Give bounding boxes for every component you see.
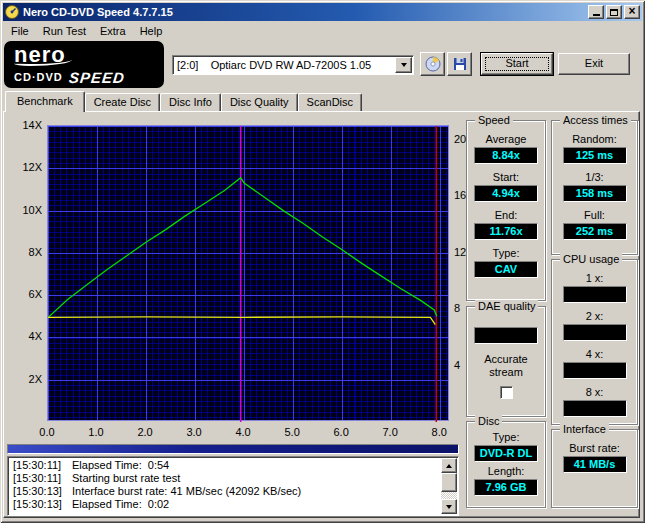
app-window: Nero CD-DVD Speed 4.7.7.15 × FileRun Tes…	[0, 0, 645, 523]
scroll-down-button[interactable]	[441, 499, 457, 514]
y-left-label: 6X	[10, 288, 42, 300]
tab-disc-quality[interactable]: Disc Quality	[221, 93, 298, 111]
tab-scandisc[interactable]: ScanDisc	[298, 93, 362, 111]
field-label-average: Average	[467, 133, 545, 146]
log-text: Interface burst rate: 41 MB/sec (42092 K…	[72, 485, 301, 498]
panel-speed: Speed Average8.84xStart:4.94xEnd:11.76xT…	[466, 120, 546, 301]
access-times-fields: Random:125 ms1/3:158 msFull:252 ms	[552, 121, 637, 240]
panel-access-times: Access times Random:125 ms1/3:158 msFull…	[551, 120, 638, 255]
disc-icon	[425, 56, 441, 72]
panel-title: CPU usage	[560, 253, 622, 265]
field-label-1-3: 1/3:	[552, 171, 637, 184]
log-text: Elapsed Time: 0:54	[72, 459, 169, 472]
x-axis-label: 6.0	[328, 426, 354, 438]
test-progress-bar	[7, 444, 459, 454]
tab-benchmark[interactable]: Benchmark	[5, 91, 85, 112]
field-value-length: 7.96 GB	[474, 479, 538, 496]
start-button[interactable]: Start	[481, 53, 553, 75]
field-label-4-x: 4 x:	[552, 348, 637, 361]
x-axis-label: 8.0	[426, 426, 452, 438]
window-title: Nero CD-DVD Speed 4.7.7.15	[23, 6, 586, 18]
menu-item-run-test[interactable]: Run Test	[36, 23, 93, 39]
field-label-end: End:	[467, 209, 545, 222]
chart-curves	[48, 126, 450, 422]
drive-select[interactable]: [2:0] Optiarc DVD RW AD-7200S 1.05	[172, 55, 414, 75]
maximize-icon	[610, 9, 618, 16]
field-value-type: CAV	[474, 261, 538, 278]
eject-disc-button[interactable]	[420, 52, 445, 76]
menu-bar: FileRun TestExtraHelp	[3, 21, 642, 40]
accurate-stream-checkbox[interactable]	[500, 386, 513, 399]
minimize-icon	[593, 14, 600, 16]
cpu-usage-fields: 1 x:2 x:4 x:8 x:	[552, 260, 637, 417]
interface-fields: Burst rate:41 MB/s	[552, 430, 637, 473]
drive-select-arrow[interactable]	[395, 57, 412, 73]
panel-interface: Interface Burst rate:41 MB/s	[551, 429, 638, 508]
speed-fields: Average8.84xStart:4.94xEnd:11.76xType:CA…	[467, 121, 545, 278]
scroll-up-button[interactable]	[441, 458, 457, 473]
field-value-full: 252 ms	[563, 223, 627, 240]
x-axis-label: 0.0	[34, 426, 60, 438]
title-bar[interactable]: Nero CD-DVD Speed 4.7.7.15 ×	[3, 3, 642, 21]
field-label-start: Start:	[467, 171, 545, 184]
log-text: Elapsed Time: 0:02	[72, 498, 169, 511]
log-time: [15:30:11]	[10, 472, 72, 485]
accurate-stream-label: Accurate stream	[467, 353, 545, 379]
close-button[interactable]: ×	[624, 5, 640, 19]
log-entry: [15:30:13]Elapsed Time: 0:02	[10, 498, 440, 511]
log-lines: [15:30:11]Elapsed Time: 0:54[15:30:11]St…	[10, 459, 440, 514]
minimize-button[interactable]	[588, 5, 604, 19]
tab-disc-info[interactable]: Disc Info	[160, 93, 221, 111]
log-box[interactable]: [15:30:11]Elapsed Time: 0:54[15:30:11]St…	[7, 456, 459, 516]
field-label-8-x: 8 x:	[552, 386, 637, 399]
field-label-type: Type:	[467, 431, 545, 444]
field-value-1-3: 158 ms	[563, 185, 627, 202]
field-value-4-x	[563, 362, 627, 379]
save-results-button[interactable]	[447, 52, 472, 76]
tab-create-disc[interactable]: Create Disc	[85, 93, 160, 111]
log-entry: [15:30:11]Elapsed Time: 0:54	[10, 459, 440, 472]
log-scrollbar[interactable]	[441, 458, 457, 514]
panel-title: Speed	[475, 114, 513, 126]
maximize-button[interactable]	[606, 5, 622, 19]
x-axis-label: 5.0	[279, 426, 305, 438]
arrow-down-icon	[446, 505, 452, 509]
field-value-1-x	[563, 286, 627, 303]
x-axis-label: 3.0	[181, 426, 207, 438]
disc-fields: Type:DVD-R DLLength:7.96 GB	[467, 422, 545, 496]
log-time: [15:30:11]	[10, 459, 72, 472]
panel-title: Access times	[560, 114, 631, 126]
menu-item-file[interactable]: File	[4, 23, 36, 39]
menu-item-help[interactable]: Help	[133, 23, 170, 39]
logo-subtitle: CD·DVD SPEED	[14, 69, 154, 86]
x-axis-label: 4.0	[230, 426, 256, 438]
benchmark-chart: 14X12X10X8X6X4X2X201612840.01.02.03.04.0…	[7, 116, 470, 438]
panel-title: Interface	[560, 423, 609, 435]
x-axis-label: 1.0	[83, 426, 109, 438]
field-value-start: 4.94x	[474, 185, 538, 202]
menu-item-extra[interactable]: Extra	[93, 23, 133, 39]
exit-button[interactable]: Exit	[558, 53, 630, 75]
log-text: Starting burst rate test	[72, 472, 180, 485]
field-value-burst-rate: 41 MB/s	[563, 456, 627, 473]
field-label-type: Type:	[467, 247, 545, 260]
log-time: [15:30:13]	[10, 498, 72, 511]
drive-select-value: [2:0] Optiarc DVD RW AD-7200S 1.05	[173, 59, 395, 71]
series-read-speed	[48, 178, 437, 318]
field-value-8-x	[563, 400, 627, 417]
field-value-2-x	[563, 324, 627, 341]
logo-text-nero: nero	[14, 44, 154, 65]
panel-cpu-usage: CPU usage 1 x:2 x:4 x:8 x:	[551, 259, 638, 425]
field-label-2-x: 2 x:	[552, 310, 637, 323]
scrollbar-thumb[interactable]	[441, 473, 457, 492]
chevron-down-icon	[401, 63, 407, 67]
panel-title: Disc	[475, 415, 502, 427]
y-left-label: 2X	[10, 373, 42, 385]
y-left-label: 10X	[10, 204, 42, 216]
y-left-label: 4X	[10, 330, 42, 342]
log-entry: [15:30:11]Starting burst rate test	[10, 472, 440, 485]
log-entry: [15:30:13]Interface burst rate: 41 MB/se…	[10, 485, 440, 498]
field-value-type: DVD-R DL	[474, 445, 538, 462]
field-label-burst-rate: Burst rate:	[552, 442, 637, 455]
app-icon	[5, 5, 19, 19]
